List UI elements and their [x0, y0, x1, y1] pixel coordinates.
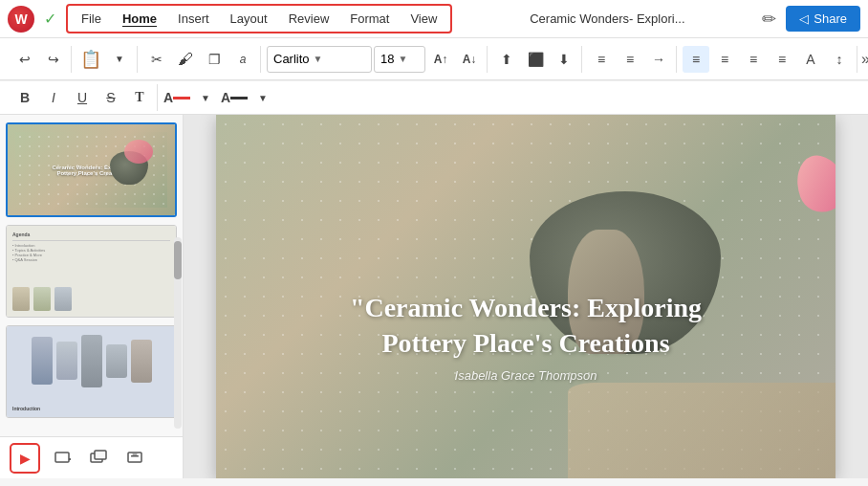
menu-tab-layout[interactable]: Layout: [221, 8, 277, 30]
increase-font-button[interactable]: A↑: [427, 46, 454, 73]
highlight-color-button[interactable]: A: [163, 84, 190, 111]
align-left-button[interactable]: ≡: [683, 46, 709, 73]
more-toolbar-button[interactable]: »: [861, 46, 868, 73]
formatting-toolbar-row2: B I U S T A ▼ A ▼: [0, 80, 868, 115]
slide-main-title: "Ceramic Wonders: Exploring Pottery Plac…: [216, 291, 835, 361]
slide-2-divider: [12, 240, 170, 241]
font-A-icon: A: [221, 90, 230, 105]
equation-button[interactable]: T: [126, 84, 153, 111]
font-color-dropdown[interactable]: ▼: [250, 84, 276, 111]
text-direction-button[interactable]: A: [797, 46, 824, 73]
slide-title-line2: Pottery Place's Creations: [381, 328, 669, 358]
align-middle-button[interactable]: ⬛: [522, 46, 549, 73]
font-size-chevron: ▼: [398, 54, 407, 64]
document-title: Ceramic Wonders- Explori...: [466, 11, 749, 26]
slide-2-content: • Introduction• Topics & Activities• Pra…: [12, 243, 170, 262]
paste-dropdown[interactable]: ▼: [106, 46, 133, 73]
font-group: Carlito ▼ 18 ▼ A↑ A↓: [263, 46, 488, 73]
highlight-dropdown[interactable]: ▼: [192, 84, 219, 111]
highlight-A-icon: A: [163, 90, 173, 105]
cut-button[interactable]: ✂: [143, 46, 170, 73]
align-bottom-button[interactable]: ⬇: [551, 46, 577, 73]
line-spacing-button[interactable]: ↕: [826, 46, 853, 73]
menu-tabs-outline: File Home Insert Layout Review Format Vi…: [66, 4, 452, 33]
slide-title-line1: "Ceramic Wonders: Exploring: [350, 293, 702, 322]
menu-tab-file[interactable]: File: [72, 8, 111, 30]
bold-button[interactable]: B: [11, 84, 38, 111]
underline-button[interactable]: U: [69, 84, 96, 111]
menu-bar: W ✓ File Home Insert Layout Review Forma…: [0, 0, 868, 38]
font-color-button[interactable]: A: [221, 84, 248, 111]
canvas-area: "Ceramic Wonders: Exploring Pottery Plac…: [184, 115, 868, 478]
vertical-align-group: ⬆ ⬛ ⬇: [489, 46, 582, 73]
strikethrough-button[interactable]: S: [98, 84, 124, 111]
format-painter-button[interactable]: 🖌: [172, 46, 199, 73]
font-family-select[interactable]: Carlito ▼: [267, 46, 372, 73]
undo-redo-group: ↩ ↪: [8, 46, 72, 73]
slide-canvas[interactable]: "Ceramic Wonders: Exploring Pottery Plac…: [216, 115, 835, 478]
color-group: A ▼ A ▼: [160, 84, 280, 111]
app-logo[interactable]: W: [8, 6, 34, 33]
font-family-value: Carlito: [273, 52, 310, 66]
indent-button[interactable]: →: [645, 46, 672, 73]
svg-rect-4: [95, 451, 106, 459]
copy-button[interactable]: ❐: [201, 46, 228, 73]
slide-thumb-1[interactable]: Ceramic Wonders: ExploringPottery Place'…: [6, 122, 177, 217]
formatting-toolbar: ↩ ↪ 📋 ▼ ✂ 🖌 ❐ a Carlito ▼ 18 ▼ A↑ A↓ ⬆ ⬛…: [0, 38, 868, 80]
add-slide-button[interactable]: [50, 445, 76, 472]
decrease-font-button[interactable]: A↓: [456, 46, 483, 73]
align-center-button[interactable]: ≡: [711, 46, 738, 73]
scroll-handle[interactable]: [174, 241, 182, 279]
menu-tab-home[interactable]: Home: [113, 8, 166, 30]
clear-button[interactable]: a: [229, 46, 256, 73]
bullets-button[interactable]: ≡: [588, 46, 615, 73]
edit-pencil-icon[interactable]: ✏: [762, 9, 776, 30]
menu-tab-insert[interactable]: Insert: [168, 8, 219, 30]
menu-tab-review[interactable]: Review: [279, 8, 339, 30]
duplicate-slide-button[interactable]: [86, 445, 113, 472]
slide-3-thumb-title: Introduction: [12, 406, 170, 411]
svg-rect-6: [131, 455, 139, 457]
slide-panel-wrapper: Ceramic Wonders: ExploringPottery Place'…: [0, 115, 184, 478]
duplicate-slide-icon: [90, 449, 109, 468]
font-size-select[interactable]: 18 ▼: [374, 46, 425, 73]
slide-thumb-2[interactable]: Agenda • Introduction• Topics & Activiti…: [6, 225, 177, 318]
share-icon: ◁: [799, 11, 809, 26]
slide-3-preview: Introduction: [7, 326, 176, 417]
slide-subtitle: Isabella Grace Thompson: [216, 368, 835, 383]
slide-thumb-1-inner: Ceramic Wonders: ExploringPottery Place'…: [8, 124, 175, 215]
add-slide-icon: [54, 449, 73, 468]
play-slideshow-button[interactable]: ▶: [10, 443, 40, 474]
slide-thumb-3[interactable]: Introduction: [6, 325, 177, 418]
align-top-button[interactable]: ⬆: [493, 46, 520, 73]
font-family-chevron: ▼: [314, 54, 323, 64]
menu-tab-view[interactable]: View: [401, 8, 446, 30]
redo-button[interactable]: ↪: [40, 46, 67, 73]
svg-rect-0: [55, 453, 69, 462]
align-right-button[interactable]: ≡: [740, 46, 767, 73]
linen-fabric: [568, 383, 835, 478]
undo-button[interactable]: ↩: [11, 46, 38, 73]
share-label: Share: [814, 11, 847, 26]
menu-tab-format[interactable]: Format: [340, 8, 399, 30]
delete-slide-button[interactable]: [122, 445, 149, 472]
slide-1-preview: Ceramic Wonders: ExploringPottery Place'…: [8, 124, 175, 215]
checkmark-icon[interactable]: ✓: [44, 10, 56, 28]
slide-panel: Ceramic Wonders: ExploringPottery Place'…: [0, 115, 184, 436]
numbered-list-button[interactable]: ≡: [617, 46, 643, 73]
slide-text-area: "Ceramic Wonders: Exploring Pottery Plac…: [216, 291, 835, 383]
share-button[interactable]: ◁ Share: [786, 6, 860, 32]
paste-button[interactable]: 📋: [77, 46, 104, 73]
list-group: ≡ ≡ →: [584, 46, 677, 73]
text-format-group: B I U S T: [8, 84, 158, 111]
delete-slide-icon: [126, 449, 145, 468]
slide-thumb-2-inner: Agenda • Introduction• Topics & Activiti…: [7, 226, 176, 317]
slide-panel-bottom: ▶: [0, 436, 183, 478]
justify-button[interactable]: ≡: [769, 46, 795, 73]
highlight-color-bar: [173, 97, 190, 99]
font-color-bar: [230, 97, 248, 99]
main-area: Ceramic Wonders: ExploringPottery Place'…: [0, 115, 868, 478]
paragraph-align-group: ≡ ≡ ≡ ≡ A ↕: [679, 46, 857, 73]
italic-button[interactable]: I: [40, 84, 67, 111]
cut-copy-group: ✂ 🖌 ❐ a: [140, 46, 261, 73]
